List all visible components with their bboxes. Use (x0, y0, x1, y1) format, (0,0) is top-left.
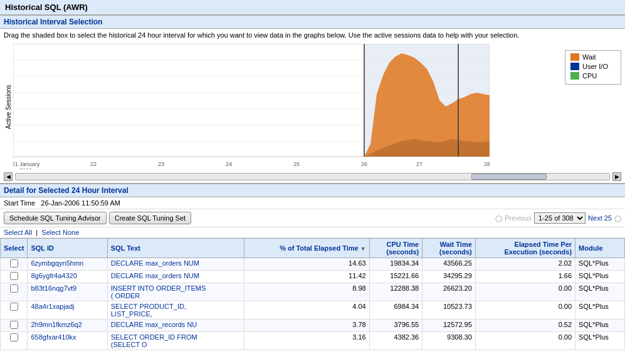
row-checkbox[interactable] (10, 321, 18, 329)
sql-text-link[interactable]: SELECT ORDER_ID FROM(SELECT O (111, 333, 197, 348)
legend-label-userio: User I/O (582, 63, 608, 70)
sql-id-cell: 658gfxar410kx (28, 332, 107, 350)
detail-toolbar: Schedule SQL Tuning Advisor Create SQL T… (0, 209, 625, 227)
col-header-module: Module (575, 239, 625, 258)
scroll-right-arrow[interactable]: ▶ (612, 172, 621, 181)
cpu-time-cell: 6984.34 (369, 301, 423, 320)
cpu-time-cell: 3796.55 (369, 320, 423, 332)
wait-time-cell: 12572.95 (423, 320, 476, 332)
next-button[interactable]: Next 25 (588, 214, 612, 222)
svg-text:24: 24 (226, 161, 232, 167)
y-axis-label: Active Sessions (4, 44, 13, 170)
sql-text-link[interactable]: DECLARE max_orders NUM (111, 259, 199, 267)
sql-text-link[interactable]: SELECT PRODUCT_ID,LIST_PRICE, (111, 303, 186, 318)
sql-id-link[interactable]: b83t16nqg7vt9 (31, 284, 76, 292)
sql-id-link[interactable]: 8g6ygfr4a4320 (31, 272, 76, 279)
pct-elapsed-cell: 4.04 (244, 301, 369, 320)
cpu-time-cell: 4382.36 (369, 332, 423, 350)
cpu-time-cell: 15221.66 (369, 271, 423, 283)
start-time-label: Start Time (4, 199, 35, 207)
scrollbar-track[interactable] (15, 173, 610, 180)
start-time-row: Start Time 26-Jan-2006 11:50:59 AM (0, 197, 625, 209)
table-row: 658gfxar410kxSELECT ORDER_ID FROM(SELECT… (1, 332, 625, 350)
chart-legend: Wait User I/O CPU (565, 50, 621, 85)
pct-elapsed-cell: 3.16 (244, 332, 369, 350)
sql-id-cell: 2h9mn1fkmz6q2 (28, 320, 107, 332)
sql-id-cell: 8g6ygfr4a4320 (28, 271, 107, 283)
module-cell: SQL*Plus (575, 301, 625, 320)
row-checkbox[interactable] (10, 333, 18, 341)
table-row: 6zymbgqyn5hmnDECLARE max_orders NUM14.63… (1, 258, 625, 271)
svg-text:28: 28 (484, 161, 490, 167)
svg-text:21 January: 21 January (13, 161, 40, 167)
next-nav-icon: ◯ (614, 215, 621, 222)
pct-elapsed-cell: 8.98 (244, 283, 369, 301)
legend-color-userio (570, 63, 579, 70)
svg-text:22: 22 (90, 161, 97, 167)
wait-time-cell: 10523.73 (423, 301, 476, 320)
table-row: b83t16nqg7vt9INSERT INTO ORDER_ITEMS( OR… (1, 283, 625, 301)
create-sql-set-button[interactable]: Create SQL Tuning Set (109, 212, 191, 224)
sql-id-link[interactable]: 2h9mn1fkmz6q2 (31, 321, 81, 328)
row-checkbox[interactable] (10, 284, 18, 293)
svg-text:2006: 2006 (19, 167, 32, 169)
sql-id-link[interactable]: 658gfxar410kx (31, 333, 76, 341)
module-cell: SQL*Plus (575, 283, 625, 301)
historical-interval-section-title: Historical Interval Selection (0, 15, 625, 29)
col-header-cpu-time: CPU Time(seconds) (369, 239, 423, 258)
col-header-sql-id: SQL ID (28, 239, 107, 258)
row-checkbox-cell (1, 301, 28, 320)
select-all-link[interactable]: Select All (4, 229, 32, 236)
toolbar-left: Schedule SQL Tuning Advisor Create SQL T… (4, 212, 191, 224)
svg-text:25: 25 (293, 161, 300, 167)
wait-time-cell: 34295.29 (423, 271, 476, 283)
detail-section-title: Detail for Selected 24 Hour Interval (0, 184, 625, 197)
cpu-time-cell: 12288.38 (369, 283, 423, 301)
table-row: 2h9mn1fkmz6q2DECLARE max_records NU3.783… (1, 320, 625, 332)
legend-item-cpu: CPU (570, 72, 616, 80)
chart-svg[interactable]: 2.782 2.319 1.855 1.391 0.928 0.464 0.00… (13, 44, 560, 170)
row-checkbox[interactable] (10, 303, 18, 311)
wait-time-cell: 26623.20 (423, 283, 476, 301)
elapsed-per-exec-cell: 0.00 (475, 301, 575, 320)
select-none-link[interactable]: Select None (41, 229, 79, 236)
chart-with-legend: 2.782 2.319 1.855 1.391 0.928 0.464 0.00… (13, 44, 621, 170)
row-checkbox-cell (1, 320, 28, 332)
sql-table: Select SQL ID SQL Text % of Total Elapse… (0, 238, 625, 350)
table-row: 8g6ygfr4a4320DECLARE max_orders NUM11.42… (1, 271, 625, 283)
col-header-wait-time: Wait Time(seconds) (423, 239, 476, 258)
pct-elapsed-cell: 3.78 (244, 320, 369, 332)
sql-text-link[interactable]: DECLARE max_records NU (111, 321, 197, 328)
module-cell: SQL*Plus (575, 332, 625, 350)
sql-id-cell: b83t16nqg7vt9 (28, 283, 107, 301)
previous-button[interactable]: Previous (505, 214, 532, 222)
row-checkbox[interactable] (10, 272, 18, 280)
col-header-sql-text: SQL Text (107, 239, 244, 258)
pct-elapsed-cell: 11.42 (244, 271, 369, 283)
elapsed-per-exec-cell: 1.66 (475, 271, 575, 283)
sql-text-link[interactable]: INSERT INTO ORDER_ITEMS( ORDER (111, 284, 206, 299)
historical-interval-description: Drag the shaded box to select the histor… (0, 29, 625, 41)
col-header-pct-elapsed[interactable]: % of Total Elapsed Time ▼ (244, 239, 369, 258)
chart-area: Active Sessions 2.782 (0, 41, 625, 183)
sql-text-cell: INSERT INTO ORDER_ITEMS( ORDER (107, 283, 244, 301)
row-checkbox[interactable] (10, 259, 18, 268)
page-range-select[interactable]: 1-25 of 308 (534, 212, 586, 224)
chart-scrollbar[interactable]: ◀ ▶ (0, 170, 625, 183)
col-header-select: Select (1, 239, 28, 258)
sql-id-link[interactable]: 6zymbgqyn5hmn (31, 259, 83, 267)
sql-id-link[interactable]: 48a4r1xapjadj (31, 303, 74, 310)
wait-time-cell: 9308.30 (423, 332, 476, 350)
legend-label-wait: Wait (582, 53, 596, 61)
cpu-time-cell: 19834.34 (369, 258, 423, 271)
sql-text-cell: SELECT PRODUCT_ID,LIST_PRICE, (107, 301, 244, 320)
pct-elapsed-cell: 14.63 (244, 258, 369, 271)
schedule-advisor-button[interactable]: Schedule SQL Tuning Advisor (4, 212, 107, 224)
sql-text-link[interactable]: DECLARE max_orders NUM (111, 272, 199, 279)
scroll-left-arrow[interactable]: ◀ (4, 172, 13, 181)
scrollbar-thumb[interactable] (471, 174, 547, 180)
legend-color-cpu (570, 72, 579, 80)
elapsed-per-exec-cell: 0.52 (475, 320, 575, 332)
row-checkbox-cell (1, 332, 28, 350)
sql-id-cell: 6zymbgqyn5hmn (28, 258, 107, 271)
